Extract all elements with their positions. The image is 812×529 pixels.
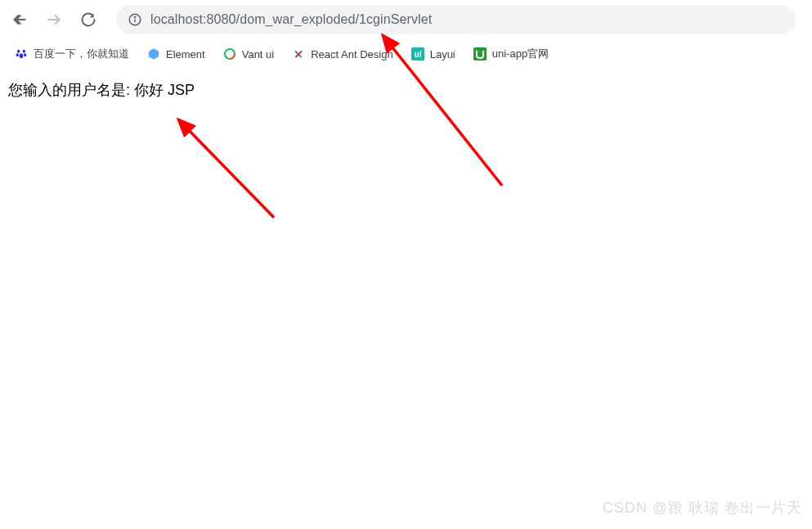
element-icon [147, 47, 160, 61]
url-text: localhost:8080/dom_war_exploded/1cginSer… [150, 12, 432, 27]
bookmark-label: Element [166, 48, 205, 61]
svg-point-6 [23, 50, 25, 53]
react-icon [292, 47, 305, 61]
vant-icon [223, 47, 236, 61]
layui-icon: ui [411, 47, 424, 61]
page-content: 您输入的用户名是: 你好 JSP [0, 69, 812, 111]
url-host: localhost [150, 12, 203, 26]
svg-text:ui: ui [414, 50, 421, 59]
site-info-icon[interactable] [128, 12, 142, 27]
arrow-right-icon [46, 11, 62, 28]
bookmark-baidu[interactable]: 百度一下，你就知道 [15, 47, 129, 61]
svg-point-7 [16, 53, 19, 56]
bookmark-vant[interactable]: Vant ui [223, 47, 275, 61]
bookmark-label: React Ant Design [311, 48, 393, 61]
arrow-left-icon [11, 11, 28, 28]
baidu-icon [15, 47, 28, 61]
address-bar[interactable]: localhost:8080/dom_war_exploded/1cginSer… [116, 5, 796, 34]
bookmark-element[interactable]: Element [147, 47, 205, 61]
watermark-text: CSDN @跟 耿瑞 卷出一片天 [603, 498, 802, 518]
arrow-to-content [178, 119, 274, 217]
url-path: /dom_war_exploded/1cginServlet [236, 12, 433, 26]
back-button[interactable] [8, 8, 31, 31]
reload-button[interactable] [77, 8, 100, 31]
url-port: :8080 [203, 12, 236, 26]
bookmark-label: Layui [430, 48, 455, 61]
bookmarks-bar: 百度一下，你就知道 Element Vant ui React Ant Desi… [0, 39, 812, 69]
bookmark-react[interactable]: React Ant Design [292, 47, 393, 61]
browser-toolbar: localhost:8080/dom_war_exploded/1cginSer… [0, 0, 812, 39]
reload-icon [80, 11, 96, 28]
bookmark-uniapp[interactable]: uni-app官网 [473, 47, 549, 61]
content-message: 您输入的用户名是: 你好 JSP [8, 80, 804, 100]
svg-point-5 [17, 50, 20, 53]
forward-button[interactable] [43, 8, 65, 31]
bookmark-label: Vant ui [242, 48, 275, 61]
bookmark-layui[interactable]: ui Layui [411, 47, 455, 61]
svg-point-4 [134, 16, 135, 17]
uniapp-icon [473, 47, 487, 61]
bookmark-label: 百度一下，你就知道 [34, 47, 129, 61]
svg-point-8 [24, 53, 26, 56]
bookmark-label: uni-app官网 [492, 47, 549, 61]
